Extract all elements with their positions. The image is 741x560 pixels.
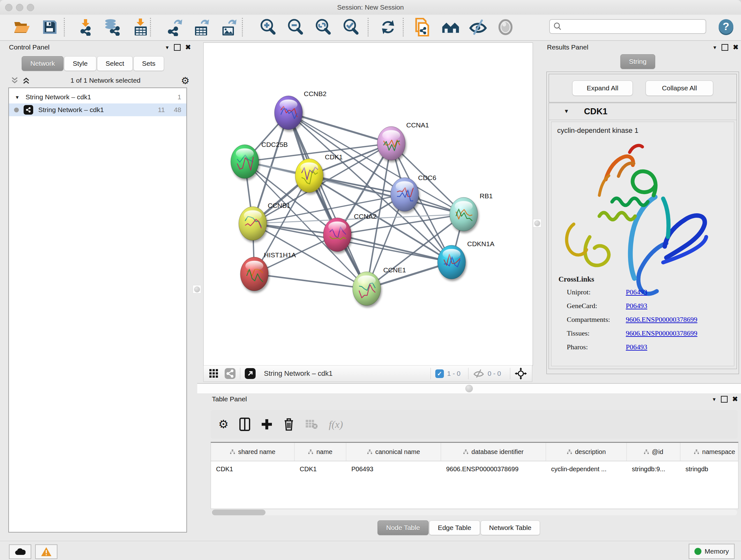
column-header-name[interactable]: name — [294, 443, 346, 461]
export-table-button[interactable] — [193, 17, 211, 37]
zoom-selected-button[interactable] — [342, 17, 360, 37]
zoom-fit-button[interactable] — [314, 17, 332, 37]
table-gear-icon[interactable]: ⚙ — [218, 418, 228, 431]
gene-section-header[interactable]: ▼ CDK1 — [549, 103, 737, 120]
float-panel-icon[interactable]: ▼ — [713, 45, 718, 50]
network-node-CDC6[interactable] — [391, 178, 419, 211]
birdseye-toggle-button[interactable] — [209, 368, 219, 379]
save-session-button[interactable] — [41, 17, 59, 37]
column-header-shared-name[interactable]: shared name — [211, 443, 294, 461]
show-all-networks-button[interactable] — [442, 17, 460, 37]
tab-network[interactable]: Network — [22, 56, 64, 71]
table-panel: Table Panel ▼ ✖ ⚙ f(x) shared n — [197, 393, 741, 541]
collection-expand-icon[interactable]: ▼ — [9, 95, 25, 100]
column-header-description[interactable]: description — [546, 443, 627, 461]
network-node-CDKN1A[interactable] — [437, 245, 466, 279]
hide-unselected-button[interactable] — [469, 17, 487, 37]
refresh-button[interactable] — [379, 17, 397, 37]
expand-all-icon[interactable] — [22, 77, 30, 84]
right-splitter-handle[interactable] — [533, 219, 541, 227]
float-panel-icon[interactable]: ▼ — [165, 45, 170, 50]
crosslink-value-link[interactable]: P06493 — [626, 302, 647, 310]
search-field[interactable] — [549, 19, 706, 34]
open-session-button[interactable] — [13, 17, 30, 37]
help-button[interactable]: ? — [717, 17, 735, 37]
network-edge[interactable] — [288, 113, 391, 143]
hidden-eye-icon[interactable] — [473, 369, 484, 378]
crosslink-value-link[interactable]: P06493 — [626, 288, 647, 296]
close-panel-icon[interactable]: ✖ — [733, 44, 738, 51]
column-header-namespace[interactable]: namespace — [680, 443, 738, 461]
gear-icon[interactable]: ⚙ — [181, 75, 190, 86]
zoom-in-button[interactable] — [259, 17, 277, 37]
network-row[interactable]: String Network – cdk1 11 48 — [9, 104, 186, 116]
crosslink-value-link[interactable]: P06493 — [626, 343, 647, 351]
close-panel-icon[interactable]: ✖ — [185, 44, 191, 51]
network-node-CCNA2[interactable] — [323, 218, 351, 252]
scrollbar-thumb[interactable] — [212, 509, 266, 515]
fit-content-crosshair-button[interactable] — [515, 368, 527, 380]
zoom-window-button[interactable] — [27, 4, 34, 11]
network-edge[interactable] — [288, 113, 367, 289]
tab-sets[interactable]: Sets — [133, 56, 164, 71]
section-collapse-icon[interactable]: ▼ — [549, 108, 584, 115]
export-image-button[interactable] — [220, 17, 238, 37]
network-node-CCNB1[interactable] — [239, 206, 267, 240]
expand-all-button[interactable]: Expand All — [572, 80, 633, 96]
column-header-@id[interactable]: @id — [627, 443, 680, 461]
left-splitter-handle[interactable] — [193, 285, 201, 294]
search-input[interactable] — [562, 23, 702, 30]
network-canvas[interactable]: CCNB2CCNA1CDC25BCDK1CDC6RB1CCNB1CCNA2CDK… — [203, 43, 533, 366]
crosslink-value-link[interactable]: 9606.ENSP00000378699 — [626, 315, 697, 324]
close-window-button[interactable] — [5, 4, 12, 11]
delete-column-button[interactable] — [283, 418, 294, 431]
cloud-status-button[interactable] — [9, 544, 31, 559]
selected-nodes-checkbox[interactable]: ✓ — [435, 369, 444, 378]
table-row[interactable]: CDK1CDK1P064939606.ENSP00000378699cyclin… — [211, 461, 738, 477]
import-table-button[interactable] — [131, 17, 149, 37]
network-node-HIST1H1A[interactable] — [240, 257, 268, 291]
maximize-panel-icon[interactable] — [722, 44, 728, 51]
network-edge[interactable] — [337, 235, 452, 262]
crosslink-value-link[interactable]: 9606.ENSP00000378699 — [626, 329, 697, 337]
add-column-button[interactable] — [261, 419, 273, 430]
zoom-selected-icon — [342, 18, 360, 36]
column-header-canonical-name[interactable]: canonical name — [346, 443, 441, 461]
network-node-CDK1[interactable] — [295, 159, 323, 192]
import-network-file-button[interactable] — [77, 17, 94, 37]
network-node-CCNB2[interactable] — [274, 96, 302, 130]
horizontal-splitter[interactable] — [197, 383, 741, 393]
tab-style[interactable]: Style — [64, 56, 96, 71]
show-columns-button[interactable] — [239, 418, 250, 431]
tab-node-table[interactable]: Node Table — [378, 520, 428, 535]
memory-button[interactable]: Memory — [689, 544, 735, 559]
warning-status-button[interactable] — [35, 544, 57, 559]
maximize-panel-icon[interactable] — [721, 396, 728, 402]
close-panel-icon[interactable]: ✖ — [732, 395, 738, 403]
tab-edge-table[interactable]: Edge Table — [429, 520, 480, 535]
tab-network-table[interactable]: Network Table — [481, 520, 540, 535]
collapse-all-icon[interactable] — [11, 77, 18, 84]
float-panel-icon[interactable]: ▼ — [712, 396, 717, 402]
network-node-CCNA1[interactable] — [377, 126, 405, 160]
sphere-button[interactable] — [496, 17, 515, 37]
network-node-CDC25B[interactable] — [231, 145, 259, 179]
duplicate-network-button[interactable] — [414, 17, 431, 37]
network-node-RB1[interactable] — [450, 197, 478, 231]
export-network-button[interactable] — [166, 17, 184, 37]
zoom-out-button[interactable] — [286, 17, 305, 37]
import-network-database-button[interactable] — [103, 17, 121, 37]
network-collection-row[interactable]: ▼ String Network – cdk1 1 — [9, 91, 186, 104]
string-results-container: Expand All Collapse All ▼ CDK1 cyclin-de… — [546, 71, 739, 374]
tab-select[interactable]: Select — [97, 56, 133, 71]
collapse-all-button[interactable]: Collapse All — [646, 80, 713, 96]
import-network-icon — [77, 18, 93, 36]
maximize-panel-icon[interactable] — [174, 44, 181, 51]
results-tab-string[interactable]: String — [620, 54, 655, 69]
network-node-CCNE1[interactable] — [353, 272, 381, 306]
column-header-database-identifier[interactable]: database identifier — [441, 443, 546, 461]
minimize-window-button[interactable] — [16, 4, 23, 11]
table-horizontal-scrollbar[interactable] — [211, 509, 737, 515]
detach-view-button[interactable] — [245, 368, 256, 379]
network-edge[interactable] — [254, 274, 367, 289]
